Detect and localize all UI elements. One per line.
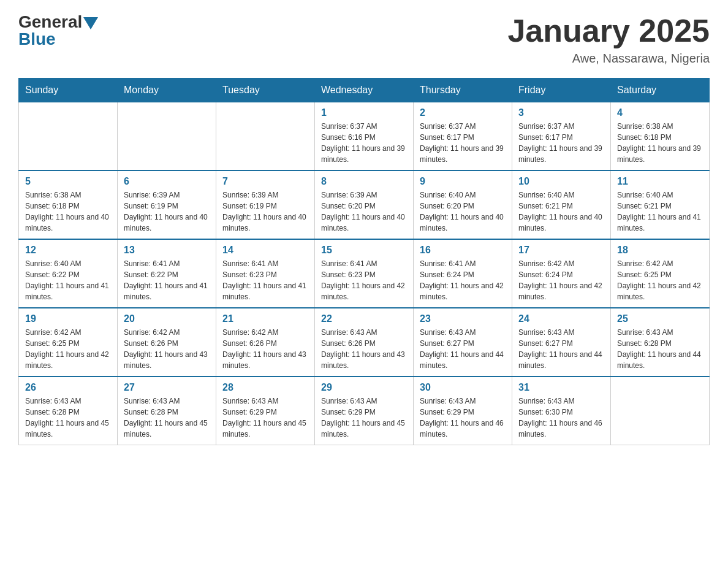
calendar-header-row: SundayMondayTuesdayWednesdayThursdayFrid… (19, 79, 710, 102)
calendar-day-cell: 6Sunrise: 6:39 AMSunset: 6:19 PMDaylight… (118, 170, 216, 239)
calendar-day-cell (611, 377, 710, 445)
day-number: 1 (321, 107, 407, 118)
calendar-day-cell: 22Sunrise: 6:43 AMSunset: 6:26 PMDayligh… (315, 308, 414, 377)
logo-triangle-icon (83, 17, 98, 29)
calendar-day-cell: 18Sunrise: 6:42 AMSunset: 6:25 PMDayligh… (611, 239, 710, 308)
day-info: Sunrise: 6:43 AMSunset: 6:29 PMDaylight:… (222, 396, 308, 440)
logo-blue-text: Blue (18, 29, 56, 49)
day-number: 10 (518, 176, 604, 187)
calendar-day-cell: 8Sunrise: 6:39 AMSunset: 6:20 PMDaylight… (315, 170, 414, 239)
day-number: 26 (25, 382, 111, 393)
day-number: 13 (124, 245, 210, 256)
day-info: Sunrise: 6:37 AMSunset: 6:17 PMDaylight:… (518, 121, 604, 165)
day-number: 28 (222, 382, 308, 393)
day-info: Sunrise: 6:39 AMSunset: 6:19 PMDaylight:… (222, 190, 308, 234)
calendar-week-row: 1Sunrise: 6:37 AMSunset: 6:16 PMDaylight… (19, 102, 710, 171)
calendar-day-cell: 10Sunrise: 6:40 AMSunset: 6:21 PMDayligh… (512, 170, 611, 239)
calendar-day-cell: 11Sunrise: 6:40 AMSunset: 6:21 PMDayligh… (611, 170, 710, 239)
weekday-header-sunday: Sunday (19, 79, 118, 102)
calendar-day-cell: 5Sunrise: 6:38 AMSunset: 6:18 PMDaylight… (19, 170, 118, 239)
day-number: 6 (124, 176, 210, 187)
day-number: 8 (321, 176, 407, 187)
calendar-week-row: 12Sunrise: 6:40 AMSunset: 6:22 PMDayligh… (19, 239, 710, 308)
day-info: Sunrise: 6:42 AMSunset: 6:26 PMDaylight:… (124, 327, 210, 371)
day-number: 19 (25, 313, 111, 324)
day-number: 7 (222, 176, 308, 187)
day-info: Sunrise: 6:41 AMSunset: 6:22 PMDaylight:… (124, 258, 210, 302)
calendar-day-cell: 24Sunrise: 6:43 AMSunset: 6:27 PMDayligh… (512, 308, 611, 377)
weekday-header-thursday: Thursday (414, 79, 512, 102)
day-number: 29 (321, 382, 407, 393)
day-info: Sunrise: 6:43 AMSunset: 6:26 PMDaylight:… (321, 327, 407, 371)
day-info: Sunrise: 6:39 AMSunset: 6:19 PMDaylight:… (124, 190, 210, 234)
calendar-day-cell (216, 102, 315, 171)
location-text: Awe, Nassarawa, Nigeria (507, 52, 710, 66)
day-info: Sunrise: 6:43 AMSunset: 6:27 PMDaylight:… (518, 327, 604, 371)
day-info: Sunrise: 6:43 AMSunset: 6:29 PMDaylight:… (420, 396, 506, 440)
calendar-day-cell: 31Sunrise: 6:43 AMSunset: 6:30 PMDayligh… (512, 377, 611, 445)
day-number: 22 (321, 313, 407, 324)
day-number: 16 (420, 245, 506, 256)
weekday-header-wednesday: Wednesday (315, 79, 414, 102)
calendar-day-cell (118, 102, 216, 171)
calendar-day-cell: 23Sunrise: 6:43 AMSunset: 6:27 PMDayligh… (414, 308, 512, 377)
calendar-day-cell: 26Sunrise: 6:43 AMSunset: 6:28 PMDayligh… (19, 377, 118, 445)
day-number: 15 (321, 245, 407, 256)
day-number: 30 (420, 382, 506, 393)
calendar-day-cell: 16Sunrise: 6:41 AMSunset: 6:24 PMDayligh… (414, 239, 512, 308)
day-info: Sunrise: 6:40 AMSunset: 6:22 PMDaylight:… (25, 258, 111, 302)
day-number: 4 (617, 107, 703, 118)
day-number: 25 (617, 313, 703, 324)
day-info: Sunrise: 6:43 AMSunset: 6:30 PMDaylight:… (518, 396, 604, 440)
calendar-day-cell: 15Sunrise: 6:41 AMSunset: 6:23 PMDayligh… (315, 239, 414, 308)
logo: General Blue (18, 12, 98, 49)
calendar-week-row: 5Sunrise: 6:38 AMSunset: 6:18 PMDaylight… (19, 170, 710, 239)
day-info: Sunrise: 6:42 AMSunset: 6:24 PMDaylight:… (518, 258, 604, 302)
calendar-day-cell: 4Sunrise: 6:38 AMSunset: 6:18 PMDaylight… (611, 102, 710, 171)
day-info: Sunrise: 6:43 AMSunset: 6:28 PMDaylight:… (124, 396, 210, 440)
day-number: 24 (518, 313, 604, 324)
month-title: January 2025 (507, 12, 710, 49)
calendar-day-cell: 20Sunrise: 6:42 AMSunset: 6:26 PMDayligh… (118, 308, 216, 377)
day-number: 21 (222, 313, 308, 324)
calendar-day-cell: 28Sunrise: 6:43 AMSunset: 6:29 PMDayligh… (216, 377, 315, 445)
calendar-table: SundayMondayTuesdayWednesdayThursdayFrid… (18, 78, 710, 445)
day-number: 2 (420, 107, 506, 118)
calendar-week-row: 26Sunrise: 6:43 AMSunset: 6:28 PMDayligh… (19, 377, 710, 445)
calendar-day-cell: 27Sunrise: 6:43 AMSunset: 6:28 PMDayligh… (118, 377, 216, 445)
day-info: Sunrise: 6:41 AMSunset: 6:23 PMDaylight:… (222, 258, 308, 302)
day-number: 5 (25, 176, 111, 187)
day-info: Sunrise: 6:42 AMSunset: 6:25 PMDaylight:… (617, 258, 703, 302)
day-info: Sunrise: 6:42 AMSunset: 6:26 PMDaylight:… (222, 327, 308, 371)
day-info: Sunrise: 6:43 AMSunset: 6:27 PMDaylight:… (420, 327, 506, 371)
calendar-day-cell: 9Sunrise: 6:40 AMSunset: 6:20 PMDaylight… (414, 170, 512, 239)
calendar-day-cell: 25Sunrise: 6:43 AMSunset: 6:28 PMDayligh… (611, 308, 710, 377)
calendar-day-cell: 12Sunrise: 6:40 AMSunset: 6:22 PMDayligh… (19, 239, 118, 308)
day-info: Sunrise: 6:40 AMSunset: 6:20 PMDaylight:… (420, 190, 506, 234)
calendar-week-row: 19Sunrise: 6:42 AMSunset: 6:25 PMDayligh… (19, 308, 710, 377)
day-info: Sunrise: 6:37 AMSunset: 6:17 PMDaylight:… (420, 121, 506, 165)
day-info: Sunrise: 6:38 AMSunset: 6:18 PMDaylight:… (617, 121, 703, 165)
day-info: Sunrise: 6:38 AMSunset: 6:18 PMDaylight:… (25, 190, 111, 234)
calendar-day-cell: 14Sunrise: 6:41 AMSunset: 6:23 PMDayligh… (216, 239, 315, 308)
day-info: Sunrise: 6:43 AMSunset: 6:29 PMDaylight:… (321, 396, 407, 440)
day-info: Sunrise: 6:41 AMSunset: 6:23 PMDaylight:… (321, 258, 407, 302)
day-info: Sunrise: 6:39 AMSunset: 6:20 PMDaylight:… (321, 190, 407, 234)
day-info: Sunrise: 6:37 AMSunset: 6:16 PMDaylight:… (321, 121, 407, 165)
calendar-day-cell: 7Sunrise: 6:39 AMSunset: 6:19 PMDaylight… (216, 170, 315, 239)
calendar-day-cell: 1Sunrise: 6:37 AMSunset: 6:16 PMDaylight… (315, 102, 414, 171)
day-info: Sunrise: 6:40 AMSunset: 6:21 PMDaylight:… (518, 190, 604, 234)
day-number: 3 (518, 107, 604, 118)
day-number: 18 (617, 245, 703, 256)
page-header: General Blue January 2025 Awe, Nassarawa… (18, 12, 710, 66)
day-info: Sunrise: 6:42 AMSunset: 6:25 PMDaylight:… (25, 327, 111, 371)
calendar-day-cell: 17Sunrise: 6:42 AMSunset: 6:24 PMDayligh… (512, 239, 611, 308)
day-info: Sunrise: 6:43 AMSunset: 6:28 PMDaylight:… (617, 327, 703, 371)
day-info: Sunrise: 6:43 AMSunset: 6:28 PMDaylight:… (25, 396, 111, 440)
calendar-day-cell: 3Sunrise: 6:37 AMSunset: 6:17 PMDaylight… (512, 102, 611, 171)
day-number: 31 (518, 382, 604, 393)
day-number: 27 (124, 382, 210, 393)
day-number: 20 (124, 313, 210, 324)
calendar-day-cell (19, 102, 118, 171)
weekday-header-monday: Monday (118, 79, 216, 102)
